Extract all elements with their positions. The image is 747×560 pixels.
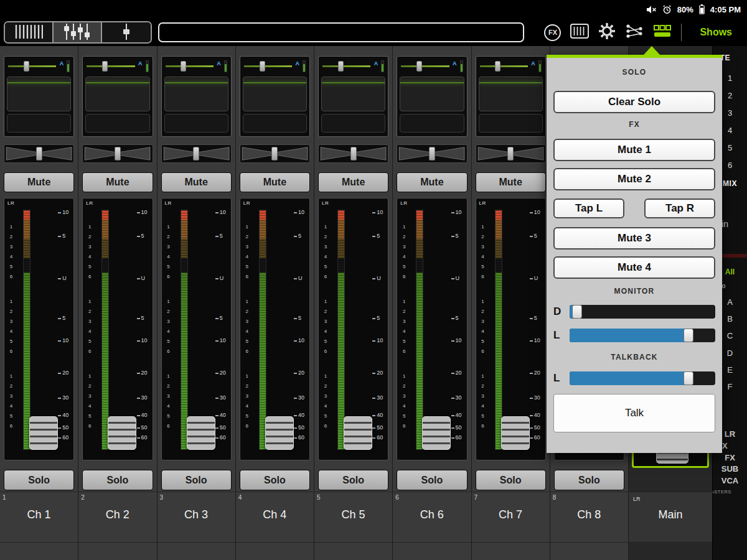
mute-button[interactable]: Mute (240, 172, 310, 192)
solo-button[interactable]: Solo (161, 470, 232, 490)
mute-button[interactable]: Mute (476, 172, 546, 192)
fader-handle[interactable] (501, 416, 530, 450)
fader-strip[interactable]: LR 105U5102030405060 123456123456123456 (161, 198, 232, 460)
channel-processing-thumbnail[interactable]: A (82, 56, 153, 137)
pan-handle[interactable] (429, 147, 435, 161)
scale-tick: 40 (530, 415, 533, 416)
meter-scale-numbers: 123456 (479, 297, 487, 357)
mini-gain-handle (24, 61, 29, 72)
pan-handle[interactable] (115, 147, 121, 161)
monitor-l-slider[interactable] (570, 329, 715, 342)
channel-processing-thumbnail[interactable]: A (161, 56, 232, 137)
pan-handle[interactable] (271, 147, 278, 161)
channel-label[interactable]: 1 Ch 1 (0, 492, 78, 543)
slider-handle[interactable] (572, 305, 582, 319)
channel-processing-thumbnail[interactable]: A (4, 56, 74, 137)
fader-handle[interactable] (265, 416, 294, 450)
rail-item-sub[interactable]: SUB (713, 464, 747, 474)
channel-label[interactable]: 3 Ch 3 (157, 492, 235, 543)
mute-button[interactable]: Mute (161, 172, 232, 192)
meters-monitor-icon[interactable] (653, 24, 672, 40)
channel-label[interactable]: 5 Ch 5 (314, 492, 392, 543)
mute-button[interactable]: Mute (82, 172, 153, 192)
fader-strip[interactable]: LR 105U5102030405060 123456123456123456 (4, 198, 74, 460)
shows-button[interactable]: Shows (691, 27, 741, 38)
fx-mute-3-button[interactable]: Mute 3 (553, 227, 715, 250)
fader-handle[interactable] (422, 416, 451, 450)
polarity-a-indicator: A (453, 60, 457, 67)
meter-scale-numbers: 123456 (400, 222, 408, 282)
pan-control[interactable] (4, 144, 74, 163)
rail-item-masters[interactable]: MASTERS (713, 489, 747, 495)
routing-icon[interactable] (625, 24, 644, 41)
show-display-field[interactable] (158, 22, 524, 42)
meter-scale-numbers: 123456 (243, 297, 251, 357)
fader-strip[interactable]: LR 105U5102030405060 123456123456123456 (397, 198, 467, 460)
pan-control[interactable] (161, 144, 232, 163)
fx-icon[interactable]: FX (544, 24, 561, 41)
scale-tick: U (58, 278, 61, 279)
channel-processing-thumbnail[interactable]: A (397, 56, 467, 137)
eq-thumbnail (400, 77, 464, 111)
fader-handle[interactable] (108, 416, 136, 450)
pan-handle[interactable] (507, 147, 514, 161)
fader-handle[interactable] (29, 416, 58, 450)
channel-label[interactable]: 4 Ch 4 (236, 492, 314, 543)
scale-tick: 20 (58, 373, 61, 374)
polarity-a-indicator: A (60, 60, 64, 67)
tap-l-button[interactable]: Tap L (553, 198, 624, 218)
single-fader-view-button[interactable] (102, 22, 151, 42)
channel-processing-thumbnail[interactable]: A (318, 56, 388, 137)
channel-label[interactable]: 6 Ch 6 (393, 492, 471, 543)
channel-label[interactable]: 2 Ch 2 (78, 492, 156, 543)
solo-button[interactable]: Solo (82, 470, 153, 490)
fx-mute-1-button[interactable]: Mute 1 (553, 139, 715, 161)
pan-handle[interactable] (350, 147, 357, 161)
main-label[interactable]: LR Main (629, 492, 712, 543)
pan-control[interactable] (82, 144, 153, 163)
channel-strip: A Mute LR 105U5102030405060 123456123456… (472, 46, 550, 560)
tap-r-button[interactable]: Tap R (644, 198, 715, 218)
mute-button[interactable]: Mute (397, 172, 467, 192)
rail-item-vca[interactable]: VCA (713, 476, 747, 485)
solo-button[interactable]: Solo (240, 470, 310, 490)
mute-button[interactable]: Mute (4, 172, 74, 192)
solo-button[interactable]: Solo (397, 470, 467, 490)
fx-mute-2-button[interactable]: Mute 2 (553, 168, 715, 190)
settings-gear-icon[interactable] (598, 22, 616, 42)
channel-processing-thumbnail[interactable]: A (476, 56, 546, 137)
mixer-faders-view-button[interactable] (54, 22, 102, 42)
solo-button[interactable]: Solo (476, 470, 546, 490)
fader-strip[interactable]: LR 105U5102030405060 123456123456123456 (318, 198, 388, 460)
pan-control[interactable] (318, 144, 388, 163)
talk-button[interactable]: Talk (553, 394, 715, 432)
pan-handle[interactable] (193, 147, 199, 161)
pan-control[interactable] (476, 144, 546, 163)
graphic-eq-icon[interactable] (570, 24, 589, 41)
tap-tempo-row: Tap L Tap R (553, 198, 715, 218)
slider-handle[interactable] (684, 371, 693, 385)
solo-button[interactable]: Solo (554, 470, 624, 490)
channel-processing-thumbnail[interactable]: A (240, 56, 310, 137)
slider-handle[interactable] (684, 329, 693, 342)
talkback-l-slider[interactable] (570, 371, 715, 385)
channel-label[interactable]: 7 Ch 7 (472, 492, 550, 543)
mini-gain-track (401, 65, 449, 67)
channel-label[interactable]: 8 Ch 8 (550, 492, 628, 543)
fader-handle[interactable] (344, 416, 372, 450)
pan-control[interactable] (397, 144, 467, 163)
fx-mute-4-button[interactable]: Mute 4 (553, 256, 715, 279)
fader-handle[interactable] (187, 416, 215, 450)
pan-handle[interactable] (36, 147, 42, 161)
clear-solo-button[interactable]: Clear Solo (553, 91, 715, 113)
pan-control[interactable] (240, 144, 310, 163)
solo-button[interactable]: Solo (4, 470, 74, 490)
monitor-d-slider[interactable] (570, 305, 715, 319)
solo-button[interactable]: Solo (318, 470, 388, 490)
fader-strip[interactable]: LR 105U5102030405060 123456123456123456 (476, 198, 546, 460)
fader-strip[interactable]: LR 105U5102030405060 123456123456123456 (82, 198, 153, 460)
channels-overview-view-button[interactable] (5, 22, 54, 42)
mute-button[interactable]: Mute (318, 172, 388, 192)
rail-item-fx[interactable]: FX (713, 453, 747, 462)
fader-strip[interactable]: LR 105U5102030405060 123456123456123456 (240, 198, 310, 460)
